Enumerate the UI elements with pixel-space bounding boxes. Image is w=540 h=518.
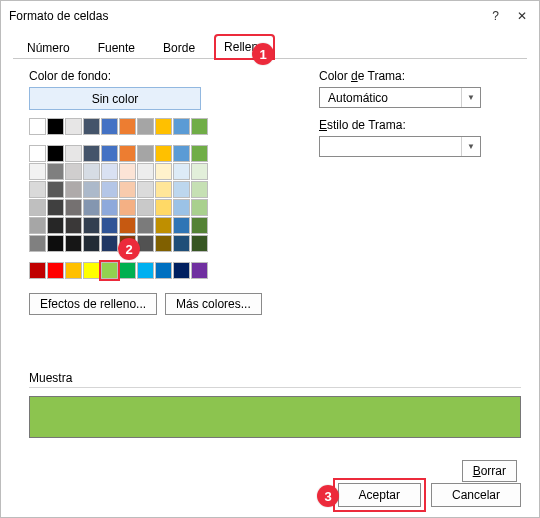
color-swatch[interactable]: [83, 163, 100, 180]
color-swatch[interactable]: [137, 262, 154, 279]
color-swatch[interactable]: [137, 163, 154, 180]
color-swatch[interactable]: [191, 181, 208, 198]
color-swatch[interactable]: [173, 163, 190, 180]
color-swatch[interactable]: [47, 145, 64, 162]
color-swatch[interactable]: [155, 235, 172, 252]
color-swatch[interactable]: [101, 163, 118, 180]
color-swatch[interactable]: [101, 181, 118, 198]
chevron-down-icon: ▼: [461, 88, 480, 107]
annotation-callout-1: 1: [252, 43, 274, 65]
color-swatch[interactable]: [29, 217, 46, 234]
annotation-callout-3: 3: [317, 485, 339, 507]
color-swatch[interactable]: [173, 145, 190, 162]
trama-color-dropdown[interactable]: Automático ▼: [319, 87, 481, 108]
color-swatch[interactable]: [47, 217, 64, 234]
color-swatch[interactable]: [47, 199, 64, 216]
color-swatch[interactable]: [155, 118, 172, 135]
trama-style-label: Estilo de Trama:: [319, 118, 521, 132]
color-swatch[interactable]: [29, 199, 46, 216]
color-swatch[interactable]: [173, 199, 190, 216]
fill-effects-button[interactable]: Efectos de relleno...: [29, 293, 157, 315]
color-swatch[interactable]: [65, 199, 82, 216]
color-swatch[interactable]: [29, 145, 46, 162]
color-swatch[interactable]: [137, 181, 154, 198]
color-swatch[interactable]: [155, 145, 172, 162]
color-swatch[interactable]: [137, 199, 154, 216]
color-swatch[interactable]: [83, 199, 100, 216]
color-swatch[interactable]: [191, 118, 208, 135]
color-swatch[interactable]: [173, 181, 190, 198]
sample-label: Muestra: [29, 371, 521, 385]
color-swatch[interactable]: [29, 235, 46, 252]
color-swatch[interactable]: [65, 181, 82, 198]
color-swatch[interactable]: [65, 145, 82, 162]
color-swatch[interactable]: [173, 217, 190, 234]
color-swatch[interactable]: [101, 217, 118, 234]
color-swatch[interactable]: [191, 145, 208, 162]
color-swatch[interactable]: [119, 262, 136, 279]
color-swatch[interactable]: [65, 118, 82, 135]
color-swatch[interactable]: [191, 217, 208, 234]
color-swatch[interactable]: [173, 235, 190, 252]
tab-fuente[interactable]: Fuente: [90, 37, 143, 59]
color-swatch[interactable]: [173, 262, 190, 279]
color-swatch[interactable]: [119, 145, 136, 162]
color-swatch[interactable]: [29, 163, 46, 180]
color-swatch[interactable]: [83, 235, 100, 252]
color-swatch[interactable]: [29, 118, 46, 135]
color-swatch[interactable]: [119, 199, 136, 216]
clear-button[interactable]: Borrar: [462, 460, 517, 482]
window-title: Formato de celdas: [9, 9, 108, 23]
color-swatch[interactable]: [101, 262, 118, 279]
color-swatch[interactable]: [119, 163, 136, 180]
color-swatch[interactable]: [155, 163, 172, 180]
color-swatch[interactable]: [47, 262, 64, 279]
color-swatch[interactable]: [155, 217, 172, 234]
color-swatch[interactable]: [47, 235, 64, 252]
color-swatch[interactable]: [65, 217, 82, 234]
help-button[interactable]: ?: [492, 9, 499, 23]
color-swatch[interactable]: [83, 181, 100, 198]
color-swatch[interactable]: [101, 145, 118, 162]
close-button[interactable]: ✕: [517, 9, 527, 23]
color-swatch[interactable]: [65, 262, 82, 279]
color-swatch[interactable]: [137, 145, 154, 162]
palette-shades: [29, 145, 279, 252]
color-swatch[interactable]: [47, 181, 64, 198]
color-swatch[interactable]: [173, 118, 190, 135]
color-swatch[interactable]: [137, 118, 154, 135]
tab-borde[interactable]: Borde: [155, 37, 203, 59]
color-swatch[interactable]: [155, 181, 172, 198]
accept-button[interactable]: Aceptar: [338, 483, 421, 507]
cancel-button[interactable]: Cancelar: [431, 483, 521, 507]
color-swatch[interactable]: [29, 262, 46, 279]
left-column: Color de fondo: Sin color Efectos de rel…: [29, 69, 279, 315]
color-swatch[interactable]: [137, 217, 154, 234]
more-colors-button[interactable]: Más colores...: [165, 293, 262, 315]
color-swatch[interactable]: [29, 181, 46, 198]
color-swatch[interactable]: [155, 262, 172, 279]
color-swatch[interactable]: [83, 217, 100, 234]
color-swatch[interactable]: [83, 145, 100, 162]
color-swatch[interactable]: [101, 118, 118, 135]
color-swatch[interactable]: [191, 163, 208, 180]
color-swatch[interactable]: [47, 163, 64, 180]
color-swatch[interactable]: [65, 163, 82, 180]
color-swatch[interactable]: [65, 235, 82, 252]
color-swatch[interactable]: [101, 235, 118, 252]
color-swatch[interactable]: [191, 262, 208, 279]
color-swatch[interactable]: [191, 199, 208, 216]
color-swatch[interactable]: [47, 118, 64, 135]
color-swatch[interactable]: [119, 181, 136, 198]
color-swatch[interactable]: [155, 199, 172, 216]
color-swatch[interactable]: [83, 118, 100, 135]
trama-style-dropdown[interactable]: ▼: [319, 136, 481, 157]
color-swatch[interactable]: [101, 199, 118, 216]
color-swatch[interactable]: [119, 217, 136, 234]
no-color-button[interactable]: Sin color: [29, 87, 201, 110]
color-swatch[interactable]: [191, 235, 208, 252]
color-swatch[interactable]: [119, 118, 136, 135]
tab-numero[interactable]: Número: [19, 37, 78, 59]
format-cells-dialog: Formato de celdas ? ✕ Número Fuente Bord…: [0, 0, 540, 518]
color-swatch[interactable]: [83, 262, 100, 279]
